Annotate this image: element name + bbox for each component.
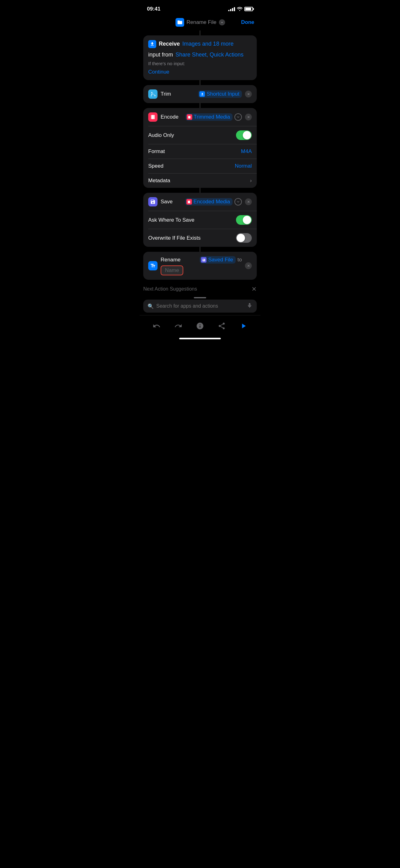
- connector-4: [200, 247, 200, 252]
- signal-bars: [228, 7, 235, 11]
- receive-action-word: Receive: [159, 40, 180, 48]
- audio-only-toggle[interactable]: [236, 130, 252, 140]
- encode-dropdown-chevron[interactable]: [234, 113, 242, 121]
- trim-input-token[interactable]: Shortcut Input: [198, 90, 242, 98]
- connector-top: [200, 30, 200, 35]
- speed-value: Normal: [235, 163, 252, 169]
- name-token[interactable]: Name: [161, 266, 183, 275]
- rename-to-label: to: [237, 257, 242, 263]
- receive-icon: [148, 40, 156, 48]
- saved-file-token[interactable]: Saved File: [200, 256, 235, 264]
- battery-fill: [245, 8, 251, 10]
- nav-chevron-icon[interactable]: [219, 19, 225, 26]
- undo-button[interactable]: [150, 319, 163, 333]
- search-bar[interactable]: 🔍: [143, 300, 257, 313]
- overwrite-row: Overwrite If File Exists: [143, 229, 257, 247]
- format-row[interactable]: Format M4A: [143, 144, 257, 159]
- metadata-row[interactable]: Metadata ›: [143, 174, 257, 188]
- ask-where-knob: [243, 216, 251, 224]
- receive-input-types[interactable]: Images and 18 more: [182, 40, 233, 48]
- redo-button[interactable]: [171, 319, 185, 333]
- scroll-indicator: [194, 297, 206, 298]
- audio-only-knob: [243, 131, 251, 140]
- done-button[interactable]: Done: [241, 19, 255, 26]
- format-label: Format: [148, 148, 165, 155]
- receive-middle-text: input from: [148, 51, 173, 59]
- audio-only-label: Audio Only: [148, 132, 174, 138]
- shortcut-input-icon: [199, 91, 205, 97]
- share-button[interactable]: [215, 319, 229, 333]
- encoded-media-icon: [186, 199, 192, 205]
- overwrite-knob: [237, 234, 245, 242]
- trim-card-header: Trim Shortcut Input ✕: [143, 85, 257, 103]
- receive-card: Receive Images and 18 more input from Sh…: [143, 35, 257, 80]
- encode-close-button[interactable]: ✕: [245, 114, 252, 120]
- trimmed-media-label: Trimmed Media: [194, 114, 230, 120]
- saved-file-label: Saved File: [208, 257, 233, 263]
- encode-card-header: Encode Trimmed Media ✕: [143, 108, 257, 126]
- save-close-button[interactable]: ✕: [245, 198, 252, 205]
- ask-where-toggle[interactable]: [236, 215, 252, 225]
- encode-content: Encode Trimmed Media: [161, 113, 242, 121]
- search-input[interactable]: [156, 303, 244, 309]
- rename-card: Rename Saved File to Name ✕: [143, 252, 257, 280]
- ask-where-row: Ask Where To Save: [143, 211, 257, 229]
- trim-action-word: Trim: [161, 91, 196, 97]
- next-action-close-button[interactable]: ✕: [252, 285, 257, 293]
- rename-card-header: Rename Saved File to Name ✕: [143, 252, 257, 280]
- rename-close-button[interactable]: ✕: [245, 262, 252, 269]
- encode-media-token[interactable]: Trimmed Media: [186, 113, 233, 121]
- encode-card: Encode Trimmed Media ✕ Audio Only: [143, 108, 257, 188]
- bottom-toolbar: [139, 315, 261, 335]
- save-content: Save Encoded Media: [161, 198, 242, 206]
- rename-icon: [148, 261, 158, 270]
- speed-row[interactable]: Speed Normal: [143, 159, 257, 173]
- receive-sources[interactable]: Share Sheet, Quick Actions: [175, 51, 243, 59]
- shortcut-input-label: Shortcut Input: [206, 91, 239, 97]
- if-no-input-label: If there's no input:: [148, 60, 252, 67]
- receive-card-content: Receive Images and 18 more input from Sh…: [143, 35, 257, 80]
- continue-button[interactable]: Continue: [148, 68, 252, 76]
- wifi-icon: [237, 6, 242, 12]
- format-value: M4A: [241, 148, 252, 155]
- speed-label: Speed: [148, 163, 163, 169]
- trim-content: Trim Shortcut Input: [161, 90, 242, 98]
- nav-bar: Rename File Done: [139, 16, 261, 30]
- name-token-label: Name: [165, 267, 179, 274]
- battery-icon: [244, 7, 253, 11]
- overwrite-toggle[interactable]: [236, 233, 252, 243]
- trimmed-media-icon: [187, 114, 192, 120]
- trim-card: Trim Shortcut Input ✕: [143, 85, 257, 103]
- audio-only-row: Audio Only: [143, 126, 257, 144]
- status-time: 09:41: [147, 6, 160, 12]
- metadata-chevron-icon: ›: [250, 178, 252, 184]
- connector-1: [200, 80, 200, 85]
- encode-icon: [148, 113, 158, 122]
- overwrite-label: Overwrite If File Exists: [148, 235, 201, 241]
- status-bar: 09:41: [139, 0, 261, 16]
- ask-where-label: Ask Where To Save: [148, 217, 194, 223]
- save-action-word: Save: [161, 199, 183, 205]
- save-media-token[interactable]: Encoded Media: [185, 198, 233, 206]
- rename-action-word: Rename: [161, 257, 198, 263]
- trim-icon: [148, 89, 158, 99]
- nav-icon: [175, 18, 184, 27]
- search-icon: 🔍: [147, 303, 154, 309]
- connector-2: [200, 103, 200, 108]
- mic-icon[interactable]: [247, 303, 253, 310]
- save-card-header: Save Encoded Media ✕: [143, 193, 257, 211]
- rename-content: Rename Saved File to Name: [161, 256, 242, 275]
- encode-action-word: Encode: [161, 114, 184, 120]
- play-button[interactable]: [237, 319, 250, 333]
- save-dropdown-chevron[interactable]: [234, 198, 242, 206]
- next-action-label: Next Action Suggestions: [143, 286, 197, 292]
- info-button[interactable]: [193, 319, 207, 333]
- save-card: Save Encoded Media ✕ Ask Where To Save: [143, 193, 257, 247]
- save-icon: [148, 197, 158, 207]
- encoded-media-label: Encoded Media: [194, 199, 230, 205]
- metadata-label: Metadata: [148, 178, 170, 184]
- trim-close-button[interactable]: ✕: [245, 91, 252, 97]
- saved-file-icon: [201, 257, 206, 262]
- connector-3: [200, 188, 200, 193]
- next-action-section: Next Action Suggestions ✕: [139, 280, 261, 296]
